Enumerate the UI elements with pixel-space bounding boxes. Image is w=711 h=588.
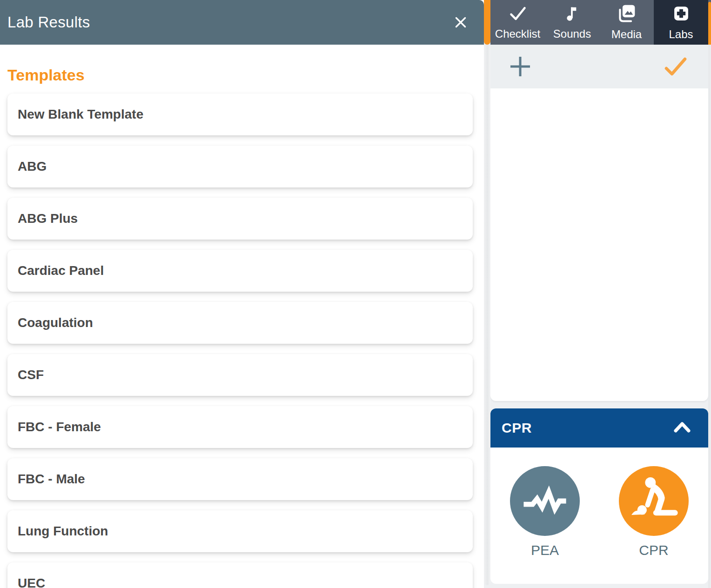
- cpr-compressions-icon: [619, 466, 689, 536]
- close-icon[interactable]: [450, 12, 471, 33]
- template-label: UEC: [18, 576, 45, 588]
- template-card-new-blank[interactable]: New Blank Template: [7, 94, 473, 135]
- template-label: FBC - Female: [18, 420, 101, 434]
- chevron-up-icon: [673, 421, 691, 435]
- tab-checklist[interactable]: Checklist: [490, 0, 545, 45]
- music-note-icon: [563, 4, 582, 25]
- template-card-csf[interactable]: CSF: [7, 354, 473, 396]
- labs-content-card: [490, 88, 708, 401]
- plus-icon[interactable]: [509, 55, 531, 78]
- template-card-cardiac-panel[interactable]: Cardiac Panel: [7, 250, 473, 292]
- template-card-abg[interactable]: ABG: [7, 146, 473, 187]
- section-gap: [490, 401, 711, 408]
- tab-label: Sounds: [553, 27, 591, 40]
- template-label: Cardiac Panel: [18, 263, 104, 278]
- right-scrollbar-thumb[interactable]: [708, 2, 711, 45]
- page-title: Lab Results: [7, 13, 90, 31]
- templates-list: Templates New Blank Template ABG ABG Plu…: [0, 45, 484, 588]
- tab-label: Media: [611, 28, 642, 41]
- left-scrollbar-track[interactable]: [484, 0, 490, 585]
- ecg-waveform-icon: [510, 466, 580, 536]
- lab-results-header: Lab Results: [0, 0, 484, 45]
- tab-labs[interactable]: Labs: [654, 0, 708, 45]
- template-label: ABG Plus: [18, 211, 78, 226]
- template-card-coagulation[interactable]: Coagulation: [7, 302, 473, 344]
- medical-plus-icon: [671, 4, 691, 25]
- photo-stack-icon: [617, 4, 637, 25]
- template-label: ABG: [18, 159, 47, 174]
- tab-label: Labs: [669, 28, 693, 41]
- lab-results-modal: Lab Results Templates New Blank Template…: [0, 0, 484, 588]
- template-label: CSF: [18, 368, 44, 382]
- template-label: FBC - Male: [18, 472, 85, 487]
- template-card-fbc-male[interactable]: FBC - Male: [7, 458, 473, 500]
- confirm-checkmark-icon[interactable]: [664, 56, 688, 77]
- template-label: Coagulation: [18, 315, 93, 330]
- tab-media[interactable]: Media: [599, 0, 654, 45]
- sidebar-tabbar: Checklist Sounds: [490, 0, 711, 45]
- cpr-section-body: PEA: [490, 448, 708, 584]
- labs-toolbar: [490, 45, 708, 88]
- cpr-section-header[interactable]: CPR: [490, 408, 708, 448]
- template-card-lung-function[interactable]: Lung Function: [7, 510, 473, 552]
- right-scrollbar-track[interactable]: [708, 45, 711, 588]
- checkmark-icon: [508, 4, 528, 25]
- templates-heading: Templates: [7, 66, 476, 84]
- sidebar-panel: Checklist Sounds: [490, 0, 711, 588]
- screen: Lab Results Templates New Blank Template…: [0, 0, 711, 588]
- template-card-fbc-female[interactable]: FBC - Female: [7, 406, 473, 448]
- tab-sounds[interactable]: Sounds: [545, 0, 599, 45]
- tab-label: Checklist: [495, 27, 540, 40]
- cpr-item-cpr[interactable]: CPR: [619, 466, 689, 558]
- cpr-item-label: CPR: [639, 542, 668, 558]
- template-label: New Blank Template: [18, 107, 143, 122]
- template-card-uec[interactable]: UEC: [7, 562, 473, 588]
- left-scrollbar-thumb[interactable]: [484, 0, 490, 45]
- template-card-abg-plus[interactable]: ABG Plus: [7, 198, 473, 240]
- cpr-item-pea[interactable]: PEA: [510, 466, 580, 558]
- template-label: Lung Function: [18, 524, 108, 539]
- cpr-section-title: CPR: [502, 420, 532, 436]
- cpr-item-label: PEA: [531, 542, 559, 558]
